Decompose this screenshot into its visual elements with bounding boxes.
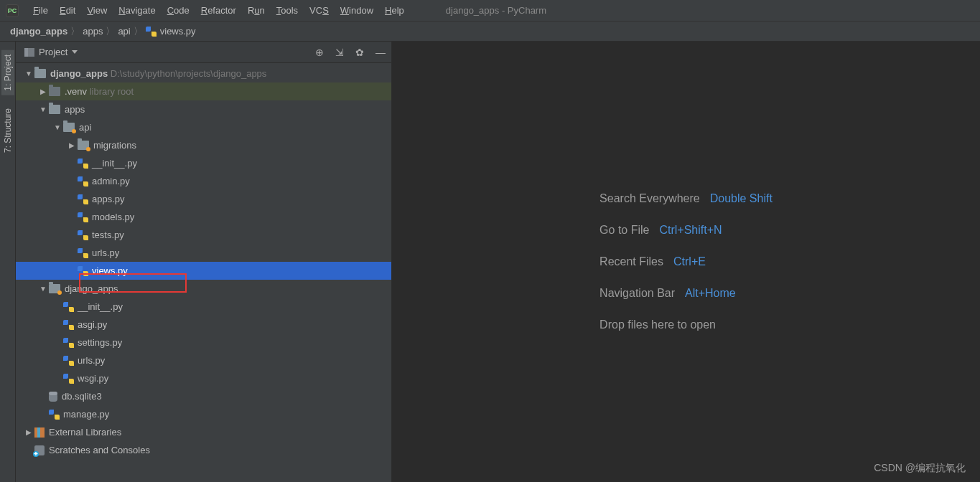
breadcrumb-sep: 〉 <box>70 25 80 38</box>
locate-icon[interactable]: ⊕ <box>315 47 324 58</box>
breadcrumb-apps[interactable]: apps <box>83 26 103 37</box>
package-folder-icon <box>63 123 75 132</box>
tree-item-scratches[interactable]: ✚Scratches and Consoles <box>16 441 391 459</box>
chevron-down-icon: ▼ <box>39 285 47 293</box>
menu-window[interactable]: Window <box>335 0 379 22</box>
python-file-icon <box>63 338 75 348</box>
tree-item-pyfile[interactable]: apps.py <box>16 190 391 208</box>
tree-item-dbsqlite[interactable]: db.sqlite3 <box>16 387 391 405</box>
chevron-down-icon <box>72 50 78 54</box>
gear-icon[interactable]: ✿ <box>355 47 364 58</box>
tree-item-external-libraries[interactable]: ▶External Libraries <box>16 423 391 441</box>
python-file-icon <box>78 159 89 169</box>
library-icon <box>34 427 45 438</box>
tree-item-venv[interactable]: ▶.venv library root <box>16 82 391 100</box>
hint-go-to-file: Go to FileCtrl+Shift+N <box>599 224 773 237</box>
menu-code[interactable]: Code <box>162 0 195 22</box>
project-tree[interactable]: ▼django_apps D:\study\python\projects\dj… <box>16 63 391 482</box>
breadcrumb-root[interactable]: django_apps <box>10 26 67 37</box>
package-folder-icon <box>78 141 89 150</box>
menu-view[interactable]: View <box>81 0 113 22</box>
watermark: CSDN @编程抗氧化 <box>874 462 966 475</box>
editor-hints: Search EverywhereDouble Shift Go to File… <box>599 192 773 331</box>
menu-file[interactable]: File <box>27 0 54 22</box>
python-file-icon <box>63 356 75 366</box>
tree-root[interactable]: ▼django_apps D:\study\python\projects\dj… <box>16 65 391 82</box>
tree-item-managepy[interactable]: manage.py <box>16 405 391 423</box>
pycharm-icon: PC <box>6 4 19 17</box>
tree-item-api[interactable]: ▼api <box>16 118 391 136</box>
python-file-icon <box>63 374 75 384</box>
tree-item-pyfile[interactable]: urls.py <box>16 351 391 369</box>
chevron-right-icon: ▶ <box>24 428 33 437</box>
chevron-down-icon: ▼ <box>24 70 33 78</box>
tree-item-pyfile[interactable]: wsgi.py <box>16 369 391 387</box>
python-file-icon <box>78 176 89 186</box>
tree-item-pyfile[interactable]: models.py <box>16 208 391 226</box>
hint-search-everywhere: Search EverywhereDouble Shift <box>599 192 773 205</box>
folder-icon <box>34 69 46 78</box>
breadcrumb-sep: 〉 <box>134 25 143 38</box>
chevron-down-icon: ▼ <box>39 105 47 114</box>
tree-item-pyfile[interactable]: __init__.py <box>16 298 391 316</box>
chevron-right-icon: ▶ <box>67 141 76 150</box>
tree-item-pyfile[interactable]: __init__.py <box>16 154 391 172</box>
project-view-icon <box>24 48 34 57</box>
python-file-icon <box>146 27 157 37</box>
panel-view-selector[interactable]: Project <box>22 45 80 59</box>
hint-drop-files: Drop files here to open <box>599 318 773 331</box>
menu-refactor[interactable]: Refactor <box>195 0 242 22</box>
tree-item-apps[interactable]: ▼apps <box>16 100 391 118</box>
tree-item-views-selected[interactable]: views.py <box>16 262 391 280</box>
menu-run[interactable]: Run <box>242 0 271 22</box>
menu-help[interactable]: Help <box>379 0 410 22</box>
breadcrumb: django_apps 〉 apps 〉 api 〉 views.py <box>0 22 980 42</box>
menu-vcs[interactable]: VCS <box>304 0 335 22</box>
python-file-icon <box>78 230 89 240</box>
sidebar-tab-project[interactable]: 1: Project <box>1 50 14 95</box>
python-file-icon <box>78 212 89 222</box>
package-folder-icon <box>49 284 60 293</box>
tree-item-pyfile[interactable]: settings.py <box>16 334 391 351</box>
editor-area[interactable]: Search EverywhereDouble Shift Go to File… <box>392 42 980 482</box>
window-title: django_apps - PyCharm <box>446 5 546 16</box>
menubar: PC File Edit View Navigate Code Refactor… <box>0 0 980 22</box>
python-file-icon <box>78 266 89 276</box>
breadcrumb-api[interactable]: api <box>118 26 130 37</box>
collapse-all-icon[interactable]: ⇲ <box>335 47 344 58</box>
tree-item-migrations[interactable]: ▶migrations <box>16 136 391 154</box>
tree-item-pyfile[interactable]: tests.py <box>16 226 391 244</box>
project-panel: Project ⊕ ⇲ ✿ — ▼django_apps D:\study\py… <box>16 42 392 482</box>
database-icon <box>49 392 57 402</box>
folder-icon <box>49 87 60 96</box>
breadcrumb-file[interactable]: views.py <box>146 26 196 37</box>
hide-icon[interactable]: — <box>375 47 386 58</box>
chevron-down-icon: ▼ <box>53 123 62 132</box>
scratches-icon: ✚ <box>34 445 45 455</box>
tree-item-django-apps-pkg[interactable]: ▼django_apps <box>16 280 391 298</box>
hint-recent-files: Recent FilesCtrl+E <box>599 255 773 268</box>
panel-header: Project ⊕ ⇲ ✿ — <box>16 42 391 63</box>
hint-nav-bar: Navigation BarAlt+Home <box>599 287 773 300</box>
tree-item-pyfile[interactable]: urls.py <box>16 244 391 262</box>
menu-navigate[interactable]: Navigate <box>113 0 161 22</box>
breadcrumb-sep: 〉 <box>106 25 115 38</box>
panel-title: Project <box>39 47 67 57</box>
menu-tools[interactable]: Tools <box>271 0 304 22</box>
python-file-icon <box>78 194 89 204</box>
tree-item-pyfile[interactable]: admin.py <box>16 172 391 190</box>
folder-icon <box>49 105 60 114</box>
menu-edit[interactable]: Edit <box>54 0 81 22</box>
chevron-right-icon: ▶ <box>39 88 47 96</box>
tree-item-pyfile[interactable]: asgi.py <box>16 316 391 334</box>
sidebar-tab-structure[interactable]: 7: Structure <box>1 104 14 157</box>
python-file-icon <box>63 320 75 330</box>
python-file-icon <box>78 248 89 258</box>
tool-window-bar: 1: Project 7: Structure <box>0 42 16 482</box>
python-file-icon <box>49 410 60 420</box>
python-file-icon <box>63 302 75 312</box>
